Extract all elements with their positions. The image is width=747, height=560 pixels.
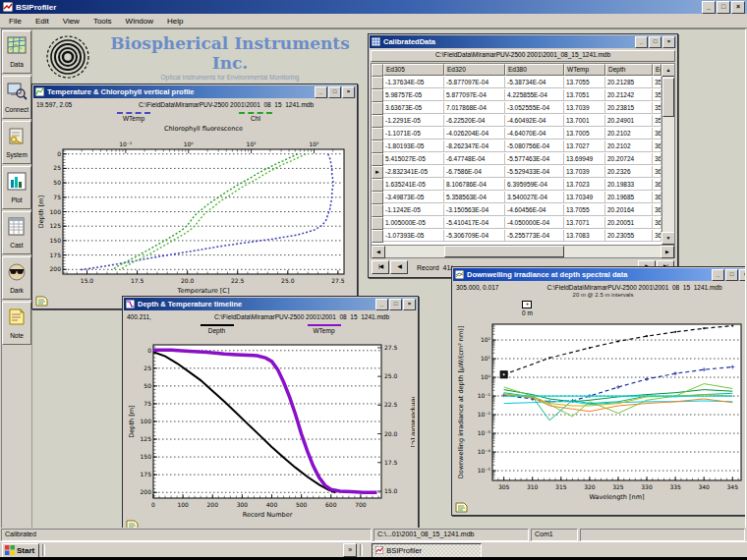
table-cell[interactable]: 5.877097E-04 [444, 89, 505, 101]
menu-window[interactable]: Window [119, 16, 160, 27]
table-cell[interactable]: -6.47748E-04 [444, 153, 505, 165]
menu-edit[interactable]: Edit [29, 16, 56, 27]
table-cell[interactable]: -5.38734E-04 [505, 77, 564, 88]
menu-file[interactable]: File [2, 16, 29, 27]
maximize-button[interactable]: □ [717, 1, 730, 14]
table-cell[interactable]: 13.7051 [564, 89, 605, 101]
table-cell[interactable]: 35. [653, 89, 661, 101]
table-cell[interactable]: -4.050000E-04 [505, 217, 564, 229]
calibrated-titlebar[interactable]: CalibratedData _ □ × [370, 35, 676, 48]
table-cell[interactable]: 36. [653, 192, 661, 203]
menu-tools[interactable]: Tools [86, 16, 119, 27]
column-header-ed320[interactable]: Ed320 [444, 64, 505, 76]
table-cell[interactable]: 5.98757E-05 [383, 89, 444, 101]
table-cell[interactable]: -3.052555E-04 [505, 102, 564, 114]
toolbar-connect-button[interactable]: Connect [2, 76, 31, 119]
profile-minimize-button[interactable]: _ [315, 86, 327, 98]
table-cell[interactable]: 35. [653, 102, 661, 114]
annotation-tool-icon[interactable] [35, 296, 48, 307]
spectral-maximize-button[interactable]: □ [725, 269, 738, 281]
table-cell[interactable]: 13.70349 [564, 192, 605, 203]
start-button[interactable]: Start [2, 543, 39, 558]
horizontal-scrollbar[interactable]: ◀ ▶ [371, 246, 675, 258]
table-cell[interactable]: -4.026204E-04 [444, 128, 505, 140]
timeline-chart[interactable]: 0255075100125150175200010020030040050060… [126, 336, 415, 519]
toolbar-data-button[interactable]: Data [2, 30, 31, 74]
toolbar-cast-button[interactable]: Cast [2, 211, 31, 254]
table-cell[interactable]: 36. [653, 128, 661, 140]
chart-canvas-profile[interactable]: 025507510012515017520015.017.520.022.525… [35, 124, 354, 295]
table-cell[interactable]: -2.832341E-05 [383, 166, 444, 178]
calibrated-maximize-button[interactable]: □ [649, 36, 661, 48]
scroll-right-button[interactable]: ▶ [661, 246, 674, 258]
table-cell[interactable]: -5.410417E-04 [444, 217, 505, 229]
table-cell[interactable]: -6.22520E-04 [444, 115, 505, 127]
horizontal-scroll-thumb[interactable] [444, 246, 564, 257]
table-cell[interactable]: 20.20724 [605, 153, 653, 165]
first-record-button[interactable]: |◀ [372, 260, 389, 274]
table-cell[interactable]: 1.005000E-05 [383, 217, 444, 229]
table-cell[interactable]: -1.07393E-05 [383, 230, 444, 242]
table-cell[interactable]: 36. [653, 217, 661, 229]
table-cell[interactable]: 5.415027E-05 [383, 153, 444, 165]
table-cell[interactable]: -5.577463E-04 [505, 153, 564, 165]
table-cell[interactable]: -5.529433E-04 [505, 166, 564, 178]
table-cell[interactable]: 13.7001 [564, 115, 605, 127]
table-cell[interactable]: -5.877097E-04 [444, 77, 505, 88]
column-header-ed305[interactable]: Ed305 [383, 64, 444, 76]
table-cell[interactable]: 13.7027 [564, 140, 605, 152]
table-cell[interactable]: -1.1071E-05 [383, 128, 444, 140]
scroll-up-button[interactable]: ▲ [661, 64, 675, 77]
table-cell[interactable]: 13.7005 [564, 128, 605, 140]
calibrated-close-button[interactable]: × [662, 36, 675, 48]
row-selector[interactable] [372, 102, 383, 115]
table-cell[interactable]: 36. [653, 179, 661, 191]
menu-view[interactable]: View [56, 16, 86, 27]
table-cell[interactable]: 7.017868E-04 [444, 102, 505, 114]
timeline-maximize-button[interactable]: □ [389, 299, 402, 310]
scroll-down-button[interactable]: ▼ [661, 232, 675, 245]
table-cell[interactable]: 13.7039 [564, 102, 605, 114]
table-cell[interactable]: 20.20164 [605, 204, 653, 216]
quick-launch-chevron[interactable]: » [343, 543, 357, 557]
toolbar-plot-button[interactable]: Plot [2, 166, 31, 209]
table-cell[interactable]: 20.23055 [605, 230, 653, 242]
row-selector[interactable] [372, 115, 383, 128]
previous-record-button[interactable]: ◀ [390, 260, 408, 274]
spectral-titlebar[interactable]: Downwelling irradiance at depth spectral… [453, 268, 745, 281]
table-cell[interactable]: 35. [653, 115, 661, 127]
table-cell[interactable]: 20.2102 [605, 140, 653, 152]
chart-canvas-timeline[interactable]: 0255075100125150175200010020030040050060… [126, 336, 415, 519]
table-cell[interactable]: -4.64070E-04 [505, 128, 564, 140]
table-cell[interactable]: -6.7586E-04 [444, 166, 505, 178]
table-cell[interactable]: -1.37634E-05 [383, 77, 444, 88]
row-selector[interactable] [372, 128, 383, 140]
table-cell[interactable]: 36. [653, 153, 661, 165]
row-selector[interactable] [372, 192, 383, 204]
table-cell[interactable]: 36. [653, 230, 661, 242]
table-cell[interactable]: 20.20051 [605, 217, 653, 229]
annotation-tool-icon[interactable] [455, 502, 468, 513]
vertical-scroll-thumb[interactable] [662, 78, 674, 117]
table-cell[interactable]: 13.7055 [564, 204, 605, 216]
close-button[interactable]: × [731, 1, 745, 14]
minimize-button[interactable]: _ [702, 1, 716, 14]
row-selector[interactable] [372, 89, 383, 102]
row-selector[interactable] [372, 153, 383, 166]
column-header-ed380[interactable]: Ed380 [505, 64, 564, 76]
table-cell[interactable]: 13.7071 [564, 217, 605, 229]
table-cell[interactable]: 20.21285 [605, 77, 653, 88]
vertical-scrollbar[interactable]: ▲ ▼ [661, 64, 674, 245]
row-selector[interactable] [372, 179, 383, 192]
table-cell[interactable]: 3.540027E-04 [505, 192, 564, 203]
table-cell[interactable]: 36. [653, 140, 661, 152]
profile-close-button[interactable]: × [342, 86, 355, 98]
table-cell[interactable]: -1.2291E-05 [383, 115, 444, 127]
profile-titlebar[interactable]: Temperature & Chlorophyll vertical profi… [33, 85, 356, 98]
chart-canvas-spectral[interactable]: 10²10¹10⁰10⁻¹10⁻²10⁻³10⁻⁴10⁻⁵30531031532… [455, 315, 745, 501]
table-cell[interactable]: 8.106786E-04 [444, 179, 505, 191]
table-cell[interactable]: 3.63673E-05 [383, 102, 444, 114]
table-cell[interactable]: 20.2326 [605, 166, 653, 178]
row-selector[interactable] [372, 230, 383, 243]
spectral-close-button[interactable]: × [739, 269, 745, 281]
